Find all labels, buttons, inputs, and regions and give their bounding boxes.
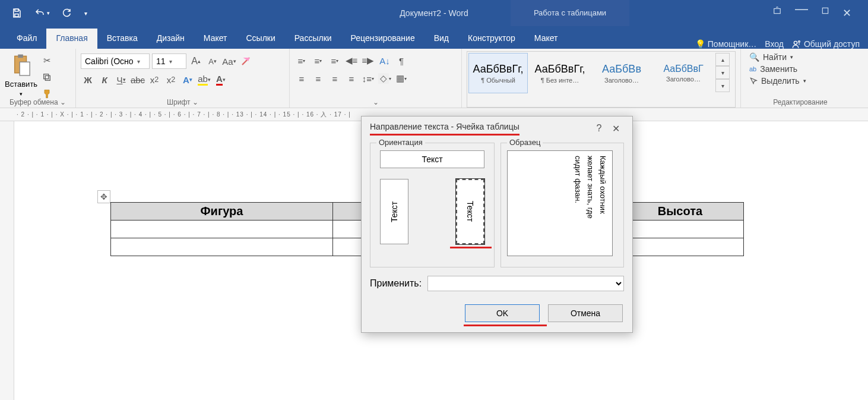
orientation-fieldset: Ориентация Текст Текст Текст (370, 143, 495, 267)
tab-home[interactable]: Главная (46, 29, 97, 49)
tab-layout[interactable]: Макет (194, 29, 237, 49)
paste-label[interactable]: Вставить (5, 80, 37, 89)
strike-icon[interactable]: abc (131, 73, 145, 87)
decrease-indent-icon[interactable]: ◀≡ (344, 53, 359, 68)
orientation-vertical-up[interactable]: Текст (380, 179, 408, 244)
table-cell[interactable] (111, 221, 333, 238)
tab-table-design[interactable]: Конструктор (458, 29, 525, 49)
show-marks-icon[interactable]: ¶ (394, 53, 408, 68)
font-color-icon[interactable]: A▾ (214, 73, 228, 87)
svg-rect-2 (774, 9, 781, 14)
find-button[interactable]: 🔍 Найти ▾ (749, 52, 793, 62)
line-spacing-icon[interactable]: ↕≡▾ (361, 71, 375, 86)
shading-icon[interactable]: ◇▾ (378, 71, 392, 86)
orientation-legend: Ориентация (376, 138, 425, 147)
orientation-horizontal[interactable]: Текст (380, 150, 484, 168)
svg-rect-0 (15, 9, 18, 11)
style-no-spacing[interactable]: АаБбВвГг,¶ Без инте… (530, 53, 590, 93)
font-size-combo[interactable]: 11▾ (152, 53, 186, 69)
text-effects-icon[interactable]: A▾ (180, 73, 195, 87)
titlebar: ▾ ▾ Документ2 - Word Работа с таблицами … (0, 0, 868, 26)
ok-button[interactable]: OK (465, 304, 540, 322)
maximize-icon[interactable] (821, 7, 829, 20)
increase-indent-icon[interactable]: ≡▶ (361, 53, 375, 68)
superscript-icon[interactable]: x2 (164, 73, 178, 87)
group-paragraph: ≡▾ ≡▾ ≡▾ ◀≡ ≡▶ A↓ ¶ ≡ ≡ ≡ ≡ ↕≡▾ ◇▾ ▦▾ ⌄ (290, 49, 462, 108)
svg-rect-1 (15, 14, 18, 17)
justify-icon[interactable]: ≡ (344, 71, 359, 86)
ribbon: Вставить ▾ ✂ Буфер обмена ⌄ Calibri (Осн… (0, 49, 868, 108)
tab-file[interactable]: Файл (7, 29, 46, 49)
sample-legend: Образец (507, 138, 543, 147)
document-title: Документ2 - Word (400, 8, 468, 18)
group-clipboard: Вставить ▾ ✂ Буфер обмена ⌄ (0, 49, 76, 108)
table-header-cell[interactable]: Фигура (111, 203, 333, 221)
cut-icon[interactable]: ✂ (40, 53, 54, 68)
tab-design[interactable]: Дизайн (147, 29, 194, 49)
sort-icon[interactable]: A↓ (378, 53, 392, 68)
qat-customize-icon[interactable]: ▾ (81, 2, 90, 24)
align-right-icon[interactable]: ≡ (328, 71, 342, 86)
sample-preview: сидит фазан. желает знать, где Каждый ох… (507, 150, 613, 256)
ruler-vertical[interactable] (0, 121, 14, 400)
tab-mailings[interactable]: Рассылки (285, 29, 341, 49)
sign-in[interactable]: Вход (765, 39, 784, 49)
group-font: Calibri (Осно▾ 11▾ A▴ A▾ Aa▾ Ж К Ч ▾ abc… (76, 49, 290, 108)
close-icon[interactable]: ✕ (842, 7, 851, 20)
redo-icon[interactable] (56, 2, 77, 24)
ribbon-display-icon[interactable] (772, 7, 782, 20)
styles-more-icon[interactable]: ▾ (715, 79, 730, 92)
orientation-vertical-down[interactable]: Текст (456, 179, 484, 244)
grow-font-icon[interactable]: A▴ (189, 54, 203, 68)
apply-to-select[interactable] (427, 276, 624, 291)
style-normal[interactable]: АаБбВвГг,¶ Обычный (468, 53, 528, 93)
minimize-icon[interactable]: — (795, 7, 808, 20)
styles-down-icon[interactable]: ▾ (715, 66, 730, 79)
select-button[interactable]: Выделить ▾ (749, 76, 806, 86)
share-button[interactable]: Общий доступ (792, 39, 860, 49)
style-heading1[interactable]: АаБбВвЗаголово… (592, 53, 651, 93)
table-cell[interactable] (111, 238, 333, 256)
italic-icon[interactable]: К (97, 73, 112, 87)
svg-point-4 (794, 41, 797, 44)
table-header-cell[interactable]: Высота (617, 203, 744, 221)
bold-icon[interactable]: Ж (81, 73, 95, 87)
change-case-icon[interactable]: Aa▾ (222, 54, 236, 68)
table-move-handle-icon[interactable]: ✥ (97, 190, 110, 203)
numbering-icon[interactable]: ≡▾ (311, 53, 325, 68)
borders-icon[interactable]: ▦▾ (394, 71, 408, 86)
help-icon[interactable]: ? (591, 123, 607, 134)
styles-up-icon[interactable]: ▴ (715, 53, 730, 66)
svg-rect-10 (44, 74, 49, 79)
tab-view[interactable]: Вид (425, 29, 458, 49)
underline-icon[interactable]: Ч ▾ (114, 73, 128, 87)
tab-review[interactable]: Рецензирование (341, 29, 425, 49)
svg-rect-8 (20, 62, 30, 75)
clear-format-icon[interactable] (239, 54, 253, 68)
group-label-paragraph: ⌄ (290, 98, 461, 106)
align-center-icon[interactable]: ≡ (311, 71, 325, 86)
copy-icon[interactable] (40, 70, 54, 84)
ribbon-tabs: Файл Главная Вставка Дизайн Макет Ссылки… (0, 26, 868, 49)
save-icon[interactable] (6, 2, 27, 24)
replace-button[interactable]: ab Заменить (749, 64, 797, 74)
font-name-combo[interactable]: Calibri (Осно▾ (81, 53, 150, 69)
tab-references[interactable]: Ссылки (236, 29, 284, 49)
svg-rect-3 (822, 8, 828, 13)
multilevel-icon[interactable]: ≡▾ (328, 53, 342, 68)
shrink-font-icon[interactable]: A▾ (205, 54, 220, 68)
subscript-icon[interactable]: x2 (147, 73, 161, 87)
tell-me[interactable]: 💡 Помощник… (695, 39, 756, 49)
group-label-clipboard: Буфер обмена ⌄ (0, 98, 75, 106)
group-editing: 🔍 Найти ▾ ab Заменить Выделить ▾ Редакти… (741, 49, 860, 108)
paste-icon[interactable] (11, 53, 31, 77)
tab-insert[interactable]: Вставка (97, 29, 147, 49)
cancel-button[interactable]: Отмена (548, 304, 623, 322)
undo-icon[interactable]: ▾ (31, 2, 52, 24)
bullets-icon[interactable]: ≡▾ (294, 53, 309, 68)
close-dialog-icon[interactable]: ✕ (607, 123, 624, 134)
style-heading2[interactable]: АаБбВвГЗаголово… (654, 53, 713, 93)
align-left-icon[interactable]: ≡ (294, 71, 309, 86)
tab-table-layout[interactable]: Макет (525, 29, 568, 49)
highlight-icon[interactable]: ab▾ (197, 73, 211, 87)
